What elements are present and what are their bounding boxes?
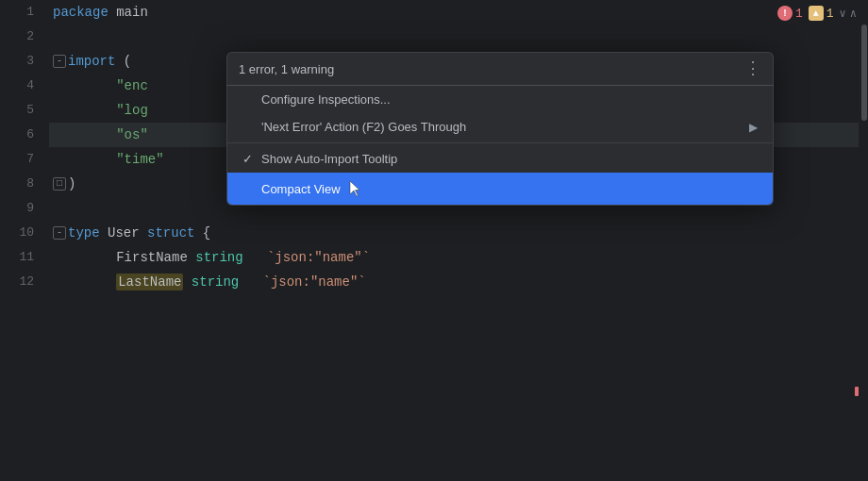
nav-arrows: ∨ ∧ xyxy=(840,7,857,21)
line-content: FirstName string `json:"name"` xyxy=(49,245,868,270)
error-badge[interactable]: ! 1 xyxy=(777,6,803,21)
line-number: 9 xyxy=(0,196,49,221)
menu-separator xyxy=(227,142,773,143)
menu-item-label: 'Next Error' Action (F2) Goes Through xyxy=(261,120,466,134)
chevron-down-icon[interactable]: ∨ xyxy=(840,7,846,21)
line-number: 2 xyxy=(0,25,49,49)
popup-menu: Configure Inspections... 'Next Error' Ac… xyxy=(226,85,774,206)
menu-item-compact-view[interactable]: Compact View xyxy=(227,173,773,205)
scrollbar[interactable] xyxy=(859,0,868,481)
highlight-lastname: LastName xyxy=(116,274,183,290)
code-line: 1 package main xyxy=(0,0,868,25)
svg-marker-0 xyxy=(350,181,359,196)
line-content xyxy=(49,25,868,49)
fold-icon[interactable]: - xyxy=(53,226,66,240)
line-number: 10 xyxy=(0,221,49,245)
menu-item-next-error[interactable]: 'Next Error' Action (F2) Goes Through ▶ xyxy=(227,113,773,141)
cursor-icon xyxy=(348,179,361,198)
menu-item-label: Compact View xyxy=(261,182,341,196)
warning-icon: ▲ xyxy=(809,6,824,21)
line-number: 4 xyxy=(0,74,49,98)
error-icon: ! xyxy=(777,6,793,21)
popup-title: 1 error, 1 warning xyxy=(239,62,334,76)
inspection-popup: 1 error, 1 warning ⋮ Configure Inspectio… xyxy=(226,52,774,206)
submenu-arrow-icon: ▶ xyxy=(749,121,758,134)
line-content: LastName string `json:"name"` xyxy=(49,270,868,294)
code-line: 12 LastName string `json:"name"` xyxy=(0,270,868,294)
line-content: -type User struct { xyxy=(49,221,868,245)
line-number: 1 xyxy=(0,0,49,25)
editor-header: ! 1 ▲ 1 ∨ ∧ xyxy=(766,0,868,26)
code-line: 10 -type User struct { xyxy=(0,221,868,245)
menu-item-label: Configure Inspections... xyxy=(261,92,391,107)
code-line: 11 FirstName string `json:"name"` xyxy=(0,245,868,270)
code-line: 2 xyxy=(0,25,868,49)
warning-badge[interactable]: ▲ 1 xyxy=(809,6,834,21)
fold-icon[interactable]: - xyxy=(53,55,66,68)
fold-icon[interactable]: □ xyxy=(53,177,66,191)
line-number: 6 xyxy=(0,123,49,147)
popup-more-button[interactable]: ⋮ xyxy=(744,60,761,77)
popup-header: 1 error, 1 warning ⋮ xyxy=(226,52,774,85)
line-number: 8 xyxy=(0,172,49,196)
chevron-up-icon[interactable]: ∧ xyxy=(850,7,857,21)
line-content: package main xyxy=(49,0,868,25)
line-number: 7 xyxy=(0,147,49,172)
line-number: 3 xyxy=(0,49,49,74)
code-editor: ! 1 ▲ 1 ∨ ∧ 1 package main 2 3 -import ( xyxy=(0,0,868,481)
line-number: 11 xyxy=(0,245,49,270)
scrollbar-thumb[interactable] xyxy=(861,25,867,121)
menu-item-label: Show Auto-Import Tooltip xyxy=(261,152,397,166)
line-number: 12 xyxy=(0,270,49,294)
error-indicator xyxy=(855,387,859,396)
error-count: 1 xyxy=(795,7,803,21)
menu-item-configure[interactable]: Configure Inspections... xyxy=(227,86,773,113)
warning-count: 1 xyxy=(826,7,834,21)
line-number: 5 xyxy=(0,98,49,123)
checkmark-icon: ✓ xyxy=(242,152,261,166)
menu-item-auto-import[interactable]: ✓ Show Auto-Import Tooltip xyxy=(227,145,773,173)
